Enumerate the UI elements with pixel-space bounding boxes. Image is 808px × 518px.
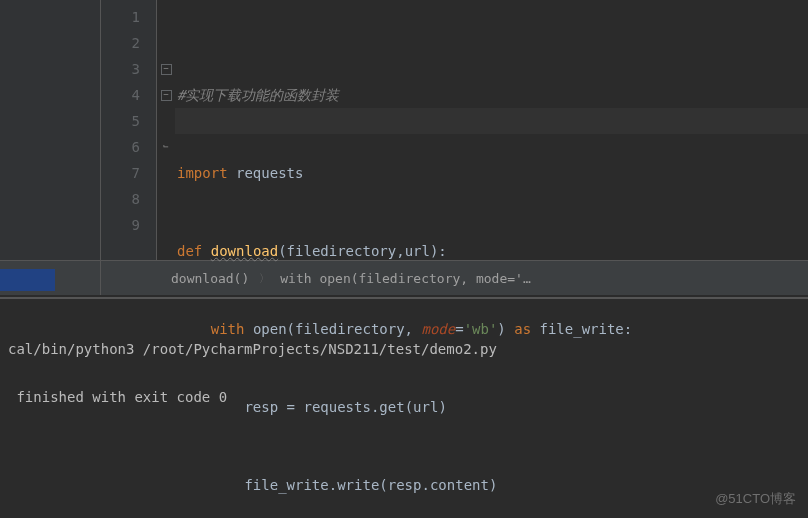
var: file_write: [244, 477, 328, 493]
module-name: requests: [303, 399, 370, 415]
param: url: [405, 243, 430, 259]
editor-area: 1 2 3 4 5 6 7 8 9 − − ⌙ #实现下载功能的函数封装 imp…: [0, 0, 808, 260]
method: get: [379, 399, 404, 415]
arg: filedirectory: [295, 321, 405, 337]
breadcrumb-left-panel: [0, 260, 101, 295]
string: 'wb': [464, 321, 498, 337]
line-number[interactable]: 9: [101, 212, 156, 238]
comment: #实现下载功能的函数封装: [177, 87, 339, 103]
line-number[interactable]: 5: [101, 108, 156, 134]
left-panel: [0, 0, 101, 260]
module-name: requests: [236, 165, 303, 181]
fold-mark: [157, 108, 175, 134]
code-editor[interactable]: #实现下载功能的函数封装 import requests def downloa…: [175, 0, 808, 260]
var: file_write: [540, 321, 624, 337]
caret-highlight: [175, 108, 808, 134]
line-number[interactable]: 7: [101, 160, 156, 186]
line-number-gutter[interactable]: 1 2 3 4 5 6 7 8 9: [101, 0, 157, 260]
fold-mark: [157, 160, 175, 186]
console-line: cal/bin/python3 /root/PycharmProjects/NS…: [8, 341, 497, 357]
kwarg-name: mode: [421, 321, 455, 337]
fold-collapse-icon[interactable]: −: [157, 56, 175, 82]
fold-end-icon[interactable]: ⌙: [157, 134, 175, 160]
attr: content: [430, 477, 489, 493]
fold-collapse-icon[interactable]: −: [157, 82, 175, 108]
keyword-with: with: [211, 321, 245, 337]
fold-mark: [157, 212, 175, 238]
breadcrumb[interactable]: download() 〉 with open(filedirectory, mo…: [101, 260, 808, 295]
param: filedirectory: [287, 243, 397, 259]
fold-mark: [157, 186, 175, 212]
method: write: [337, 477, 379, 493]
function-name: download: [211, 243, 278, 259]
line-number[interactable]: 3: [101, 56, 156, 82]
keyword-as: as: [514, 321, 531, 337]
builtin-open: open: [253, 321, 287, 337]
console-line: finished with exit code 0: [8, 389, 227, 405]
selection-indicator: [0, 269, 55, 291]
line-number[interactable]: 1: [101, 4, 156, 30]
breadcrumb-item[interactable]: with open(filedirectory, mode='…: [280, 271, 530, 286]
var: resp: [388, 477, 422, 493]
breadcrumb-bar: download() 〉 with open(filedirectory, mo…: [0, 260, 808, 295]
var: resp: [244, 399, 278, 415]
line-number[interactable]: 6: [101, 134, 156, 160]
arg: url: [413, 399, 438, 415]
keyword-import: import: [177, 165, 228, 181]
chevron-right-icon: 〉: [259, 271, 270, 286]
fold-mark: [157, 4, 175, 30]
line-number[interactable]: 4: [101, 82, 156, 108]
line-number[interactable]: 8: [101, 186, 156, 212]
watermark: @51CTO博客: [715, 490, 796, 508]
keyword-def: def: [177, 243, 202, 259]
fold-mark: [157, 30, 175, 56]
line-number[interactable]: 2: [101, 30, 156, 56]
breadcrumb-item[interactable]: download(): [171, 271, 249, 286]
fold-gutter[interactable]: − − ⌙: [157, 0, 175, 260]
